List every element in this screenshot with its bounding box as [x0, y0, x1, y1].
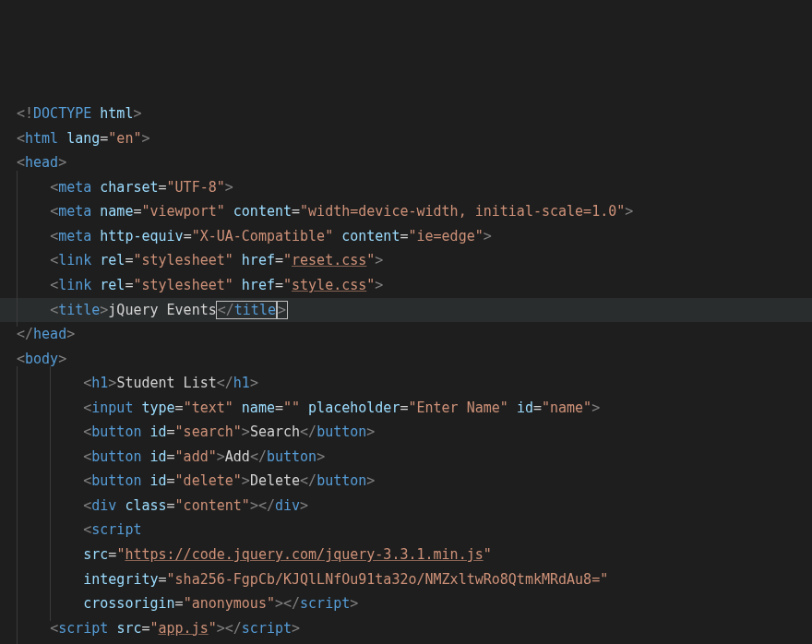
code-line[interactable]: <html lang="en">	[17, 126, 812, 151]
link-reset-css[interactable]: reset.css	[292, 252, 366, 268]
code-line[interactable]: <link rel="stylesheet" href="reset.css">	[17, 248, 812, 273]
code-line[interactable]: <script	[17, 518, 812, 543]
link-style-css[interactable]: style.css	[292, 277, 366, 293]
code-line[interactable]: <button id="search">Search</button>	[17, 420, 812, 445]
code-line[interactable]: </head>	[17, 322, 812, 347]
code-line[interactable]: <body>	[17, 347, 812, 372]
code-line-active[interactable]: <title>jQuery Events</title>	[0, 298, 812, 323]
code-line[interactable]: <meta charset="UTF-8">	[17, 175, 812, 200]
link-app-js[interactable]: app.js	[159, 620, 209, 637]
code-editor[interactable]: <!DOCTYPE html><html lang="en"><head> <m…	[17, 101, 812, 644]
code-line[interactable]: <link rel="stylesheet" href="style.css">	[17, 273, 812, 298]
link-jquery-cdn[interactable]: https://code.jquery.com/jquery-3.3.1.min…	[125, 546, 483, 563]
bracket-match: >	[276, 301, 288, 319]
code-line[interactable]: <meta http-equiv="X-UA-Compatible" conte…	[17, 224, 812, 249]
code-line[interactable]: <input type="text" name="" placeholder="…	[17, 396, 812, 421]
code-line[interactable]: crossorigin="anonymous"></script>	[17, 591, 812, 616]
code-line[interactable]: <!DOCTYPE html>	[17, 101, 812, 126]
text-cursor: </title	[216, 301, 278, 319]
code-line[interactable]: src="https://code.jquery.com/jquery-3.3.…	[17, 543, 812, 567]
code-line[interactable]: integrity="sha256-FgpCb/KJQlLNfOu91ta32o…	[17, 567, 812, 592]
code-line[interactable]: <head>	[17, 150, 812, 175]
code-line[interactable]: <button id="delete">Delete</button>	[17, 469, 812, 494]
code-line[interactable]: <div class="content"></div>	[17, 494, 812, 519]
code-line[interactable]: <h1>Student List</h1>	[17, 371, 812, 396]
code-line[interactable]: <button id="add">Add</button>	[17, 445, 812, 470]
code-line[interactable]: <script src="app.js"></script>	[17, 616, 812, 641]
code-line[interactable]: <meta name="viewport" content="width=dev…	[17, 199, 812, 224]
code-line[interactable]: </body>	[17, 640, 812, 644]
